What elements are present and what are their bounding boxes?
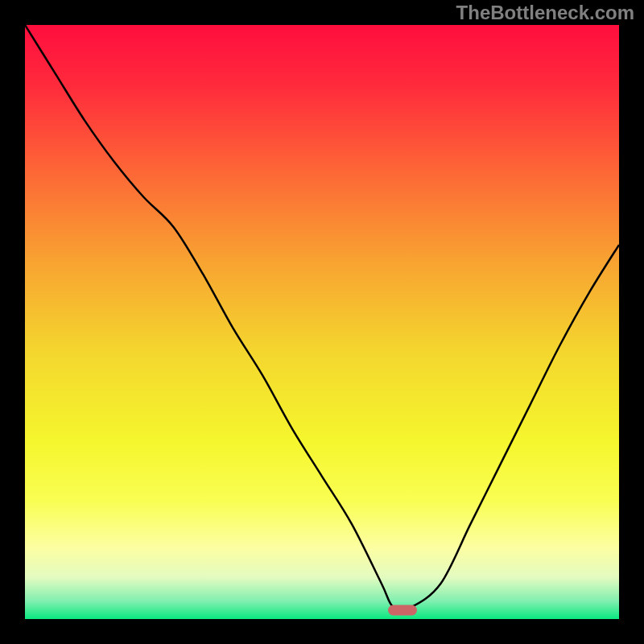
bottleneck-curve xyxy=(25,25,619,619)
chart-container: TheBottleneck.com xyxy=(0,0,644,644)
watermark-text: TheBottleneck.com xyxy=(456,2,634,24)
optimal-marker xyxy=(388,605,417,615)
plot-area xyxy=(25,25,619,619)
